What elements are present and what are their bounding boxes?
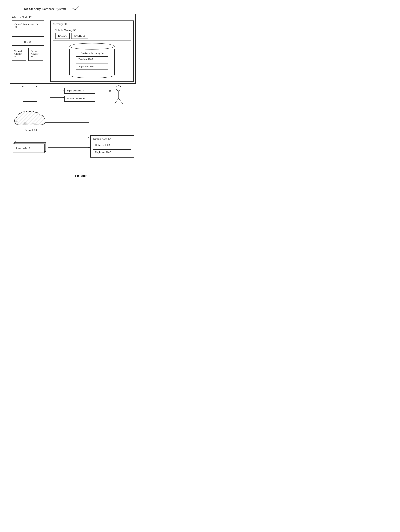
input-devices-label: Input Devices 14 bbox=[67, 89, 84, 92]
svg-marker-21 bbox=[88, 137, 90, 138]
replicator-b-box: Replicator 200B bbox=[93, 149, 131, 155]
cloud-svg bbox=[13, 110, 48, 131]
persistent-memory-area: Persistent Memory 34 Database 100A Repli… bbox=[53, 43, 131, 78]
svg-marker-2 bbox=[22, 85, 24, 87]
network-adapter-label: Network Adapter 24 bbox=[14, 50, 22, 58]
person-id-label: 18 bbox=[109, 90, 111, 93]
adapters-row: Network Adapter 24 Device Adapter 26 bbox=[12, 48, 47, 61]
person-svg bbox=[111, 85, 126, 106]
svg-marker-13 bbox=[63, 90, 64, 92]
bottom-section: Network 20 Input Devices 14 Output Devic… bbox=[10, 85, 135, 169]
svg-point-30 bbox=[116, 86, 121, 91]
replicator-a-label: Replicator 200A bbox=[78, 65, 95, 68]
cpu-box: Central Processing Unit 22 bbox=[12, 20, 44, 37]
volatile-label: Volatile Memory 32 bbox=[55, 29, 129, 32]
volatile-memory-box: Volatile Memory 32 RAM 36 CACHE 38 bbox=[53, 27, 131, 40]
network-adapter-box: Network Adapter 24 bbox=[12, 48, 26, 61]
cylinder-body: Persistent Memory 34 Database 100A Repli… bbox=[69, 49, 115, 78]
device-adapter-label: Device Adapter 26 bbox=[31, 50, 39, 58]
memory-label: Memory 30 bbox=[53, 22, 131, 26]
diagram-wrapper: Hot-Standby Database System 10 Primary N… bbox=[10, 6, 145, 178]
diagram-title: Hot-Standby Database System 10 bbox=[23, 6, 145, 11]
cache-box: CACHE 38 bbox=[71, 33, 88, 39]
svg-marker-23 bbox=[89, 146, 90, 148]
ram-label: RAM 36 bbox=[58, 34, 67, 37]
replicator-a-box: Replicator 200A bbox=[76, 63, 108, 70]
cache-label: CACHE 38 bbox=[74, 34, 85, 37]
backup-node-label: Backup Node 12' bbox=[93, 138, 131, 140]
bus-label: Bus 28 bbox=[24, 41, 32, 44]
device-adapter-box: Device Adapter 26 bbox=[28, 48, 43, 61]
svg-line-27 bbox=[18, 125, 45, 127]
person-figure: 18 bbox=[111, 85, 126, 107]
svg-line-29 bbox=[21, 126, 44, 128]
svg-marker-15 bbox=[63, 97, 64, 98]
cpu-label: Central Processing Unit 22 bbox=[14, 23, 39, 29]
backup-node-box: Backup Node 12' Database 100B Replicator… bbox=[90, 135, 134, 158]
io-section: Input Devices 14 Output Devices 16 bbox=[64, 88, 95, 103]
svg-line-34 bbox=[119, 98, 123, 104]
output-devices-box: Output Devices 16 bbox=[64, 96, 95, 101]
spare-node-wrapper: Spare Node 13 bbox=[13, 141, 48, 154]
svg-marker-4 bbox=[36, 85, 38, 87]
figure-caption: FIGURE 1 bbox=[10, 174, 145, 178]
squiggle-icon bbox=[72, 6, 80, 11]
spare-node-label: Spare Node 13 bbox=[15, 147, 30, 150]
spare-card-front: Spare Node 13 bbox=[13, 144, 45, 153]
database-b-label: Database 100B bbox=[95, 144, 110, 146]
database-a-label: Database 100A bbox=[78, 58, 93, 60]
persistent-label: Persistent Memory 34 bbox=[72, 52, 112, 55]
input-devices-box: Input Devices 14 bbox=[64, 88, 95, 94]
output-devices-label: Output Devices 16 bbox=[67, 97, 85, 100]
primary-node-label: Primary Node 12 bbox=[12, 16, 134, 19]
ram-box: RAM 36 bbox=[55, 33, 70, 39]
replicator-b-label: Replicator 200B bbox=[95, 151, 111, 153]
svg-line-0 bbox=[76, 6, 78, 9]
database-b-box: Database 100B bbox=[93, 142, 131, 148]
primary-node-box: Primary Node 12 Central Processing Unit … bbox=[10, 14, 135, 84]
svg-line-33 bbox=[115, 98, 119, 104]
database-a-box: Database 100A bbox=[76, 56, 108, 62]
cylinder-top bbox=[69, 43, 115, 50]
memory-box: Memory 30 Volatile Memory 32 RAM 36 CACH… bbox=[50, 20, 134, 82]
title-text: Hot-Standby Database System 10 bbox=[23, 7, 70, 11]
bus-box: Bus 28 bbox=[12, 39, 44, 46]
network-cloud-wrapper: Network 20 bbox=[13, 110, 48, 132]
